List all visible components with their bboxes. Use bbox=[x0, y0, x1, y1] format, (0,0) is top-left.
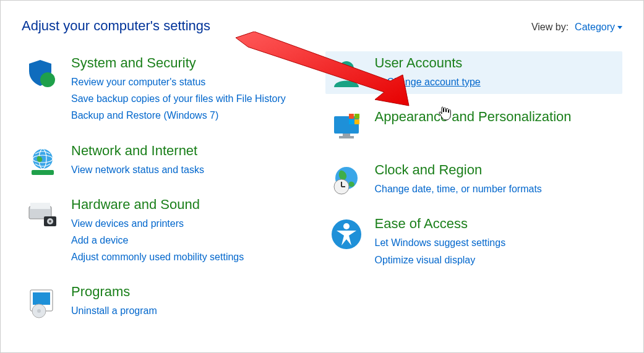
link-system-security-0[interactable]: Review your computer's status bbox=[71, 74, 314, 90]
link-text: Adjust commonly used mobility settings bbox=[71, 249, 244, 265]
link-network-internet-0[interactable]: View network status and tasks bbox=[71, 161, 314, 178]
link-text: Change date, time, or number formats bbox=[375, 181, 542, 197]
link-clock-region-0[interactable]: Change date, time, or number formats bbox=[375, 181, 618, 197]
category-programs[interactable]: ProgramsUninstall a program bbox=[22, 280, 319, 323]
link-hardware-sound-1[interactable]: Add a device bbox=[71, 232, 314, 249]
link-text: View network status and tasks bbox=[71, 161, 204, 178]
category-title-user-accounts[interactable]: User Accounts bbox=[375, 55, 618, 71]
category-system-security[interactable]: System and SecurityReview your computer'… bbox=[22, 51, 319, 128]
category-title-clock-region[interactable]: Clock and Region bbox=[375, 162, 618, 178]
svg-rect-16 bbox=[343, 134, 350, 136]
category-network-internet[interactable]: Network and InternetView network status … bbox=[22, 139, 319, 182]
category-title-hardware-sound[interactable]: Hardware and Sound bbox=[71, 197, 314, 213]
link-user-accounts-0[interactable]: Change account type bbox=[375, 74, 618, 90]
network-internet-icon bbox=[25, 143, 60, 178]
link-ease-of-access-1[interactable]: Optimize visual display bbox=[375, 252, 618, 268]
svg-point-0 bbox=[40, 72, 55, 87]
viewby-value: Category bbox=[575, 22, 615, 32]
link-text: Review your computer's status bbox=[71, 74, 205, 90]
category-title-ease-of-access[interactable]: Ease of Access bbox=[375, 216, 618, 232]
category-hardware-sound[interactable]: Hardware and SoundView devices and print… bbox=[22, 193, 319, 270]
svg-rect-19 bbox=[354, 114, 359, 119]
viewby-container: View by: Category bbox=[531, 22, 622, 33]
link-system-security-1[interactable]: Save backup copies of your files with Fi… bbox=[71, 90, 314, 107]
svg-rect-18 bbox=[349, 114, 354, 119]
system-security-icon bbox=[25, 55, 60, 124]
category-title-network-internet[interactable]: Network and Internet bbox=[71, 143, 314, 159]
category-title-system-security[interactable]: System and Security bbox=[71, 55, 314, 71]
link-text: Add a device bbox=[71, 232, 129, 249]
clock-region-icon bbox=[329, 162, 364, 197]
link-text: View devices and printers bbox=[71, 215, 184, 232]
user-accounts-icon bbox=[329, 55, 364, 90]
svg-rect-17 bbox=[339, 136, 354, 138]
category-ease-of-access[interactable]: Ease of AccessLet Windows suggest settin… bbox=[325, 212, 623, 271]
hardware-sound-icon bbox=[25, 197, 60, 266]
svg-point-14 bbox=[339, 61, 354, 76]
svg-rect-6 bbox=[30, 203, 50, 209]
svg-point-9 bbox=[49, 220, 51, 223]
viewby-dropdown[interactable]: Category bbox=[575, 22, 622, 33]
category-title-appearance[interactable]: Appearance and Personalization bbox=[375, 109, 618, 125]
chevron-down-icon bbox=[617, 26, 622, 29]
category-appearance[interactable]: Appearance and Personalization bbox=[325, 105, 623, 147]
link-text: Uninstall a program bbox=[71, 302, 157, 319]
link-text: Backup and Restore (Windows 7) bbox=[71, 107, 218, 124]
svg-rect-11 bbox=[33, 292, 50, 305]
svg-point-13 bbox=[37, 309, 41, 313]
appearance-icon bbox=[329, 109, 364, 143]
link-text: Change account type bbox=[387, 74, 481, 90]
svg-point-1 bbox=[33, 149, 53, 169]
category-title-programs[interactable]: Programs bbox=[71, 284, 314, 300]
uac-shield-icon bbox=[375, 77, 385, 87]
link-text: Save backup copies of your files with Fi… bbox=[71, 90, 286, 107]
link-text: Optimize visual display bbox=[375, 252, 476, 268]
link-hardware-sound-2[interactable]: Adjust commonly used mobility settings bbox=[71, 249, 314, 265]
link-ease-of-access-0[interactable]: Let Windows suggest settings bbox=[375, 234, 618, 251]
programs-icon bbox=[25, 284, 60, 319]
svg-rect-15 bbox=[334, 116, 359, 134]
category-user-accounts[interactable]: User AccountsChange account type bbox=[325, 51, 623, 94]
page-title: Adjust your computer's settings bbox=[22, 18, 210, 34]
category-clock-region[interactable]: Clock and RegionChange date, time, or nu… bbox=[325, 158, 623, 201]
svg-rect-4 bbox=[32, 170, 54, 175]
link-text: Let Windows suggest settings bbox=[375, 234, 506, 251]
link-programs-0[interactable]: Uninstall a program bbox=[71, 302, 314, 319]
svg-rect-20 bbox=[349, 119, 354, 124]
link-hardware-sound-0[interactable]: View devices and printers bbox=[71, 215, 314, 232]
svg-rect-21 bbox=[354, 119, 359, 124]
viewby-label: View by: bbox=[531, 22, 569, 33]
svg-point-27 bbox=[343, 223, 350, 229]
ease-of-access-icon bbox=[329, 216, 364, 268]
link-system-security-2[interactable]: Backup and Restore (Windows 7) bbox=[71, 107, 314, 124]
